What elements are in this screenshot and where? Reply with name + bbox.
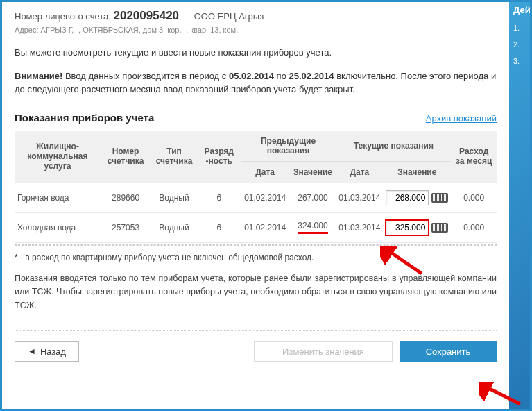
- sidebar-item[interactable]: 3.: [513, 57, 529, 65]
- archive-link[interactable]: Архив показаний: [426, 113, 497, 124]
- cell-curr-val: [383, 212, 451, 242]
- cell-prev-date: 01.02.2014: [241, 183, 290, 212]
- right-sidebar: Дей 1. 2. 3.: [509, 2, 530, 409]
- sidebar-item[interactable]: 2.: [513, 40, 529, 49]
- section-title: Показания приборов учета: [15, 112, 154, 124]
- col-curr: Текущие показания: [336, 131, 451, 162]
- back-button[interactable]: ◄ Назад: [15, 341, 79, 362]
- info-paragraph: Показания вводятся только по тем прибора…: [15, 272, 497, 312]
- reading-input[interactable]: [386, 190, 429, 206]
- cell-meter-type: Водный: [151, 183, 198, 212]
- account-row: Номер лицевого счета: 2020095420 ООО ЕРЦ…: [15, 9, 497, 23]
- footnote: * - в расход по квартирному прибору учет…: [15, 253, 497, 262]
- cell-meter-type: Водный: [151, 212, 198, 242]
- col-service: Жилищно-коммунальная услуга: [15, 131, 101, 183]
- table-bottom-border: [15, 244, 497, 246]
- reading-input[interactable]: [386, 220, 429, 235]
- button-row: ◄ Назад Изменить значения Сохранить: [15, 330, 497, 362]
- address-row: Адрес: АГРЫЗ Г, -, ОКТЯБРЬСКАЯ, дом 3, к…: [15, 26, 497, 34]
- cell-meter-no: 289660: [101, 183, 151, 212]
- cell-curr-val: [383, 183, 451, 212]
- col-meter-no: Номер счетчика: [101, 131, 151, 183]
- sidebar-list: 1. 2. 3.: [510, 24, 529, 65]
- section-header: Показания приборов учета Архив показаний: [15, 112, 497, 124]
- notice-text: Внимание! Ввод данных производится в пер…: [15, 70, 497, 97]
- table-row: Холодная вода 257053 Водный 6 01.02.2014…: [15, 212, 497, 242]
- cell-cons: 0.000: [451, 212, 497, 242]
- cell-prev-val: 324.000: [290, 212, 336, 242]
- notice-prefix: Внимание!: [15, 71, 62, 81]
- cell-service: Холодная вода: [15, 212, 101, 242]
- org-name: ООО ЕРЦ Агрыз: [194, 11, 264, 22]
- save-button[interactable]: Сохранить: [400, 341, 497, 362]
- readings-table: Жилищно-коммунальная услуга Номер счетчи…: [15, 131, 497, 243]
- intro-text: Вы можете посмотреть текущие и ввести но…: [15, 47, 497, 59]
- back-button-label: Назад: [40, 346, 66, 357]
- chevron-left-icon: ◄: [28, 346, 36, 356]
- cell-cons: 0.000: [451, 183, 497, 212]
- prev-value: 324.000: [298, 221, 327, 234]
- main-content: Номер лицевого счета: 2020095420 ООО ЕРЦ…: [2, 2, 509, 409]
- sidebar-item[interactable]: 1.: [513, 24, 529, 32]
- col-meter-type: Тип счетчика: [151, 131, 198, 183]
- address-label: Адрес:: [15, 26, 39, 34]
- keyboard-icon[interactable]: [431, 193, 448, 203]
- account-label: Номер лицевого счета:: [15, 11, 111, 22]
- col-digits: Разряд -ность: [198, 131, 241, 183]
- cell-curr-date: 01.03.2014: [336, 212, 383, 242]
- cell-prev-val: 267.000: [290, 183, 336, 212]
- cell-prev-date: 01.02.2014: [241, 212, 290, 242]
- sidebar-heading: Дей: [510, 5, 529, 15]
- col-prev-date: Дата: [241, 161, 290, 183]
- keyboard-icon[interactable]: [431, 223, 448, 233]
- account-number: 2020095420: [114, 9, 180, 22]
- col-cons: Расход за месяц: [451, 131, 497, 183]
- cell-curr-date: 01.03.2014: [336, 183, 383, 212]
- cell-digits: 6: [198, 212, 241, 242]
- table-row: Горячая вода 289660 Водный 6 01.02.2014 …: [15, 183, 497, 212]
- cell-digits: 6: [198, 183, 241, 212]
- col-prev-val: Значение: [290, 161, 336, 183]
- app-frame: Номер лицевого счета: 2020095420 ООО ЕРЦ…: [0, 0, 532, 411]
- col-prev: Предыдущие показания: [241, 131, 336, 162]
- cell-service: Горячая вода: [15, 183, 101, 212]
- cell-meter-no: 257053: [101, 212, 151, 242]
- table-body: Горячая вода 289660 Водный 6 01.02.2014 …: [15, 183, 497, 242]
- col-curr-date: Дата: [336, 161, 383, 183]
- address-text: АГРЫЗ Г, -, ОКТЯБРЬСКАЯ, дом 3, кор. -, …: [41, 26, 243, 34]
- col-curr-val: Значение: [383, 161, 451, 183]
- edit-button: Изменить значения: [254, 341, 393, 362]
